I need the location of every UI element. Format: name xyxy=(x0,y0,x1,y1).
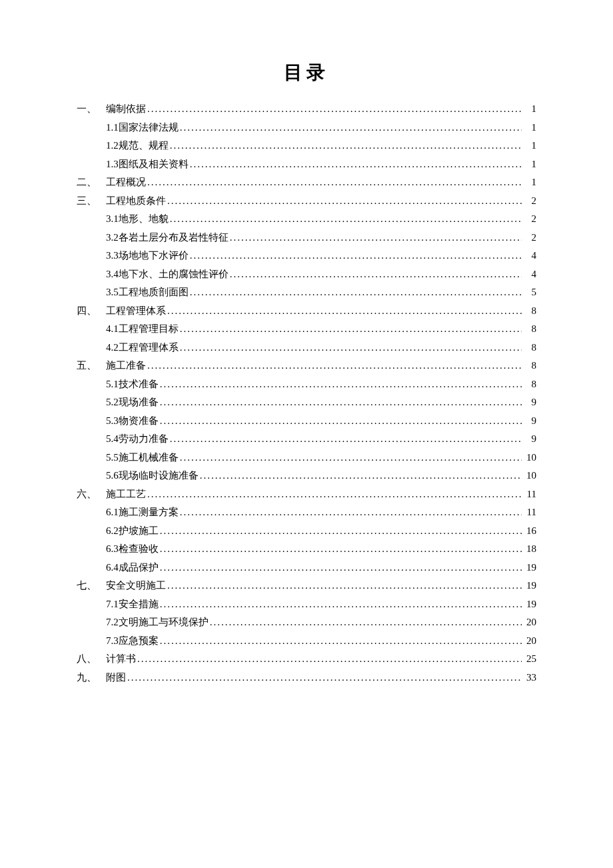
toc-entry-number: 7.3 xyxy=(106,636,119,646)
toc-entry: 4.2工程管理体系8 xyxy=(77,343,536,353)
toc-dots-leader xyxy=(167,196,522,206)
toc-entry-label: 施工准备 xyxy=(106,361,146,371)
toc-entry-page: 25 xyxy=(523,654,536,664)
toc-entry-label: 工程概况 xyxy=(106,177,146,187)
toc-entry-number: 5.3 xyxy=(106,416,119,426)
toc-entry: 四、工程管理体系8 xyxy=(77,306,536,316)
toc-entry: 6.3检查验收18 xyxy=(77,544,536,554)
toc-entry-label: 文明施工与环境保护 xyxy=(119,617,209,627)
toc-entry-page: 8 xyxy=(523,379,536,389)
toc-dots-leader xyxy=(160,563,522,573)
toc-entry: 3.4地下水、土的腐蚀性评价4 xyxy=(77,269,536,279)
toc-entry-number: 七、 xyxy=(77,581,106,591)
toc-entry-number: 4.1 xyxy=(106,324,119,334)
toc-dots-leader xyxy=(170,214,522,224)
toc-entry-label: 施工工艺 xyxy=(106,489,146,499)
toc-dots-leader xyxy=(190,159,522,169)
toc-entry: 7.1安全措施19 xyxy=(77,599,536,609)
toc-entry: 5.6现场临时设施准备10 xyxy=(77,471,536,481)
toc-dots-leader xyxy=(160,397,522,407)
toc-entry-number: 7.1 xyxy=(106,599,119,609)
toc-entry-page: 9 xyxy=(523,416,536,426)
toc-entry: 6.2护坡施工16 xyxy=(77,526,536,536)
toc-entry-number: 三、 xyxy=(77,196,106,206)
toc-entry-page: 8 xyxy=(523,361,536,371)
toc-entry-label: 现场临时设施准备 xyxy=(119,471,199,481)
toc-entry-number: 3.1 xyxy=(106,214,119,224)
toc-entry-label: 成品保护 xyxy=(119,563,159,573)
toc-entry-number: 3.5 xyxy=(106,287,119,297)
toc-entry-label: 护坡施工 xyxy=(119,526,159,536)
toc-dots-leader xyxy=(147,177,522,187)
toc-entry-page: 10 xyxy=(523,453,536,463)
toc-entry: 4.1工程管理目标8 xyxy=(77,324,536,334)
toc-entry-label: 附图 xyxy=(106,673,126,683)
toc-entry-label: 地形、地貌 xyxy=(119,214,169,224)
toc-entry-page: 1 xyxy=(523,141,536,151)
toc-entry: 八、计算书25 xyxy=(77,654,536,664)
toc-entry-number: 6.3 xyxy=(106,544,119,554)
toc-entry-number: 6.1 xyxy=(106,507,119,517)
toc-dots-leader xyxy=(137,654,522,664)
toc-entry-number: 6.2 xyxy=(106,526,119,536)
toc-entry-number: 5.4 xyxy=(106,434,119,444)
toc-entry-page: 8 xyxy=(523,343,536,353)
toc-entry-label: 工程地质剖面图 xyxy=(119,287,189,297)
toc-entry-page: 19 xyxy=(523,599,536,609)
toc-dots-leader xyxy=(170,141,522,151)
toc-entry-number: 4.2 xyxy=(106,343,119,353)
toc-entry: 二、工程概况1 xyxy=(77,177,536,187)
toc-entry-number: 五、 xyxy=(77,361,106,371)
toc-entry-label: 施工机械准备 xyxy=(119,453,179,463)
toc-entry-page: 1 xyxy=(523,177,536,187)
toc-dots-leader xyxy=(190,287,522,297)
toc-entry-label: 安全措施 xyxy=(119,599,159,609)
toc-entry: 九、附图33 xyxy=(77,673,536,683)
toc-entry-number: 六、 xyxy=(77,489,106,499)
toc-entry-page: 2 xyxy=(523,196,536,206)
toc-entry-page: 19 xyxy=(523,563,536,573)
toc-entry-number: 3.3 xyxy=(106,251,119,261)
toc-entry: 1.2规范、规程1 xyxy=(77,141,536,151)
toc-entry-label: 现场准备 xyxy=(119,397,159,407)
toc-entry-page: 5 xyxy=(523,287,536,297)
toc-entry-label: 场地地下水评价 xyxy=(119,251,189,261)
toc-entry-label: 工程管理目标 xyxy=(119,324,179,334)
toc-dots-leader xyxy=(200,471,522,481)
toc-dots-leader xyxy=(160,416,522,426)
toc-dots-leader xyxy=(230,233,522,243)
toc-dots-leader xyxy=(167,306,522,316)
toc-entry-page: 1 xyxy=(523,104,536,114)
toc-dots-leader xyxy=(210,617,522,627)
toc-entry: 3.3场地地下水评价4 xyxy=(77,251,536,261)
toc-entry-number: 5.5 xyxy=(106,453,119,463)
toc-entry: 6.1施工测量方案11 xyxy=(77,507,536,517)
toc-entry-page: 9 xyxy=(523,434,536,444)
toc-entry-number: 6.4 xyxy=(106,563,119,573)
page-title: 目录 xyxy=(77,60,536,85)
toc-entry-label: 地下水、土的腐蚀性评价 xyxy=(119,269,229,279)
toc-entry-number: 5.6 xyxy=(106,471,119,481)
toc-entry: 一、编制依据1 xyxy=(77,104,536,114)
toc-dots-leader xyxy=(180,453,522,463)
toc-entry: 5.5 施工机械准备10 xyxy=(77,453,536,463)
toc-entry-page: 19 xyxy=(523,581,536,591)
toc-entry-page: 8 xyxy=(523,324,536,334)
toc-entry: 6.4成品保护19 xyxy=(77,563,536,573)
toc-entry-page: 18 xyxy=(523,544,536,554)
toc-entry-page: 1 xyxy=(523,123,536,133)
toc-entry-label: 工程地质条件 xyxy=(106,196,166,206)
toc-dots-leader xyxy=(127,673,522,683)
toc-entry-page: 11 xyxy=(523,507,536,517)
toc-entry: 5.1技术准备8 xyxy=(77,379,536,389)
toc-entry: 5.4劳动力准备9 xyxy=(77,434,536,444)
toc-entry-number: 3.2 xyxy=(106,233,119,243)
toc-entry-number: 1.2 xyxy=(106,141,119,151)
toc-entry-label: 检查验收 xyxy=(119,544,159,554)
toc-entry: 七、安全文明施工19 xyxy=(77,581,536,591)
toc-entry-label: 技术准备 xyxy=(119,379,159,389)
toc-entry-number: 四、 xyxy=(77,306,106,316)
toc-entry: 3.2各岩土层分布及岩性特征2 xyxy=(77,233,536,243)
toc-entry-label: 编制依据 xyxy=(106,104,146,114)
toc-entry-page: 10 xyxy=(523,471,536,481)
